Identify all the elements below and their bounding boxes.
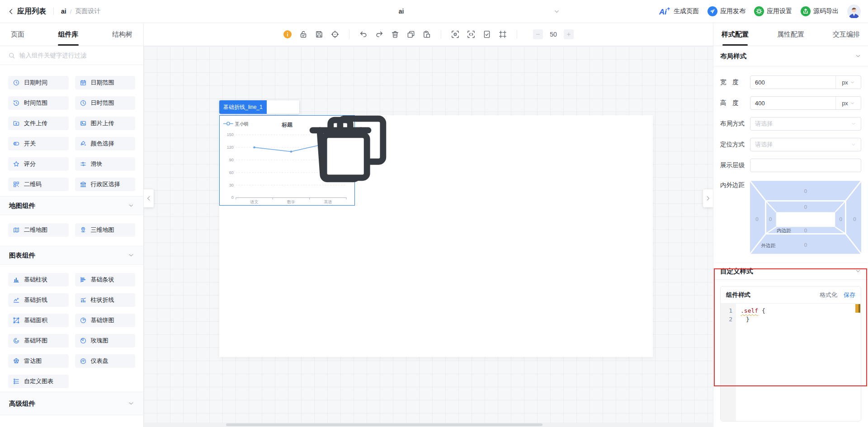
redo-icon[interactable]	[375, 30, 384, 39]
generate-page-button[interactable]: Ai 生成页面	[659, 7, 699, 16]
component-item[interactable]: 基础饼图	[75, 314, 136, 327]
duplicate-icon[interactable]	[286, 103, 294, 111]
component-item[interactable]: 颜色选择	[75, 137, 136, 150]
preview-scan-icon[interactable]	[451, 30, 460, 39]
duplicate-icon[interactable]	[406, 30, 415, 39]
component-item[interactable]: 时间范围	[8, 96, 69, 110]
canvas-grid-area[interactable]: 基础折线_line_1 王小明标题0306090120150语文数学英语	[144, 46, 713, 427]
back-to-app-list[interactable]: 应用列表	[17, 7, 46, 16]
chevron-down-icon[interactable]	[855, 268, 861, 274]
breadcrumb: 应用列表 ai / 页面设计	[7, 7, 100, 16]
component-item[interactable]: 日期范围	[75, 76, 136, 89]
custom-style-section-header[interactable]: 自定义样式	[713, 263, 868, 280]
padding-right-value[interactable]: 0	[840, 216, 842, 222]
layout-style-section-header[interactable]: 布局样式	[713, 46, 868, 66]
width-input[interactable]	[750, 79, 835, 86]
minus-icon[interactable]	[533, 29, 543, 39]
code-lines[interactable]: .self { }	[736, 304, 861, 421]
component-item[interactable]: 仪表盘	[75, 354, 136, 368]
component-item[interactable]: 柱状折线	[75, 293, 136, 307]
plus-icon[interactable]	[564, 29, 574, 39]
component-item[interactable]: 图片上传	[75, 117, 136, 130]
component-item[interactable]: 雷达图	[8, 354, 69, 368]
trash-icon[interactable]	[391, 30, 400, 39]
component-item[interactable]: 基础折线	[8, 293, 69, 307]
component-item[interactable]: 自定义图表	[8, 375, 69, 388]
component-item[interactable]: 基础柱状	[8, 273, 69, 286]
component-item[interactable]: 滑块	[75, 157, 136, 171]
css-code-editor[interactable]: 1 2 .self { }	[721, 304, 861, 421]
collapse-sidebar-handle[interactable]	[144, 189, 154, 207]
app-select-dropdown[interactable]: ai	[240, 0, 563, 23]
z-index-input[interactable]	[750, 159, 861, 172]
padding-left-value[interactable]: 0	[769, 216, 772, 222]
tab-structure-tree[interactable]: 结构树	[112, 23, 132, 46]
component-item[interactable]: 基础条状	[75, 273, 136, 286]
chevron-down-icon[interactable]	[128, 400, 134, 407]
margin-right-value[interactable]: 0	[853, 216, 856, 222]
section-map-components[interactable]: 地图组件	[0, 196, 143, 215]
section-chart-components[interactable]: 图表组件	[0, 246, 143, 265]
position-mode-label: 定位方式	[720, 141, 750, 149]
target-icon[interactable]	[330, 30, 340, 39]
component-item[interactable]: 基础面积	[8, 314, 69, 327]
box-model-widget[interactable]: 0 0 0 0 0 0 0 0 内边距 外边距	[750, 179, 861, 255]
component-item[interactable]: 评分	[8, 157, 69, 171]
tab-style-config[interactable]: 样式配置	[722, 23, 749, 46]
scrollbar-thumb[interactable]	[226, 423, 542, 426]
component-item[interactable]: 二维码	[8, 178, 69, 191]
layout-mode-select[interactable]: 请选择	[750, 117, 861, 131]
app-settings-button[interactable]: 应用设置	[754, 6, 792, 16]
height-unit-select[interactable]: px	[835, 97, 861, 109]
padding-bottom-value[interactable]: 0	[804, 228, 807, 233]
margin-left-value[interactable]: 0	[755, 216, 758, 222]
unlock-icon[interactable]	[299, 30, 308, 39]
format-button[interactable]: 格式化	[820, 291, 837, 299]
chevron-down-icon[interactable]	[855, 53, 861, 59]
tab-interaction-config[interactable]: 交互编排	[833, 23, 860, 46]
component-search-input[interactable]	[19, 52, 135, 59]
component-item-label: 图片上传	[91, 119, 114, 127]
tab-component-library[interactable]: 组件库	[58, 23, 79, 46]
margin-bottom-value[interactable]: 0	[804, 242, 807, 248]
component-item[interactable]: 日时范围	[75, 96, 136, 110]
info-icon[interactable]	[283, 30, 292, 39]
paste-icon[interactable]	[422, 30, 431, 39]
chart-component-selected[interactable]: 基础折线_line_1 王小明标题0306090120150语文数学英语	[219, 115, 355, 206]
component-item[interactable]: 开关	[8, 137, 69, 150]
tab-property-config[interactable]: 属性配置	[777, 23, 804, 46]
artboard[interactable]: 基础折线_line_1 王小明标题0306090120150语文数学英语	[219, 115, 653, 357]
undo-icon[interactable]	[359, 30, 368, 39]
tab-pages[interactable]: 页面	[11, 23, 24, 46]
publish-app-button[interactable]: 应用发布	[708, 6, 745, 16]
component-item-label: 玫瑰图	[91, 337, 108, 345]
chevron-down-icon[interactable]	[128, 252, 134, 258]
component-item[interactable]: 日期时间	[8, 76, 69, 89]
component-item[interactable]: 行政区选择	[75, 178, 136, 191]
section-advanced-components[interactable]: 高级组件	[0, 392, 143, 415]
avatar[interactable]	[847, 5, 861, 18]
save-button[interactable]: 保存	[844, 291, 855, 299]
component-item[interactable]: 文件上传	[8, 117, 69, 130]
save-icon[interactable]	[315, 30, 324, 39]
position-mode-select[interactable]: 请选择	[750, 138, 861, 151]
component-item[interactable]: 基础环图	[8, 334, 69, 347]
code-scan-icon[interactable]	[467, 30, 476, 39]
padding-top-value[interactable]: 0	[804, 204, 807, 210]
height-input[interactable]	[750, 100, 835, 107]
selection-name-badge[interactable]: 基础折线_line_1	[219, 100, 267, 114]
collapse-panel-handle[interactable]	[703, 189, 713, 207]
export-source-button[interactable]: 源码导出	[801, 6, 839, 16]
layout-mode-row: 布局方式 请选择	[720, 117, 861, 131]
frame-icon[interactable]	[498, 30, 507, 39]
doc-check-icon[interactable]	[482, 30, 491, 39]
trash-icon[interactable]	[273, 103, 281, 111]
component-item[interactable]: 三维地图	[75, 223, 136, 237]
chevron-left-icon[interactable]	[7, 8, 15, 15]
width-unit-select[interactable]: px	[835, 76, 861, 89]
chevron-down-icon[interactable]	[128, 202, 134, 209]
component-item[interactable]: 玫瑰图	[75, 334, 136, 347]
breadcrumb-app[interactable]: ai	[61, 8, 66, 15]
margin-top-value[interactable]: 0	[804, 188, 807, 194]
component-item[interactable]: 二维地图	[8, 223, 69, 237]
